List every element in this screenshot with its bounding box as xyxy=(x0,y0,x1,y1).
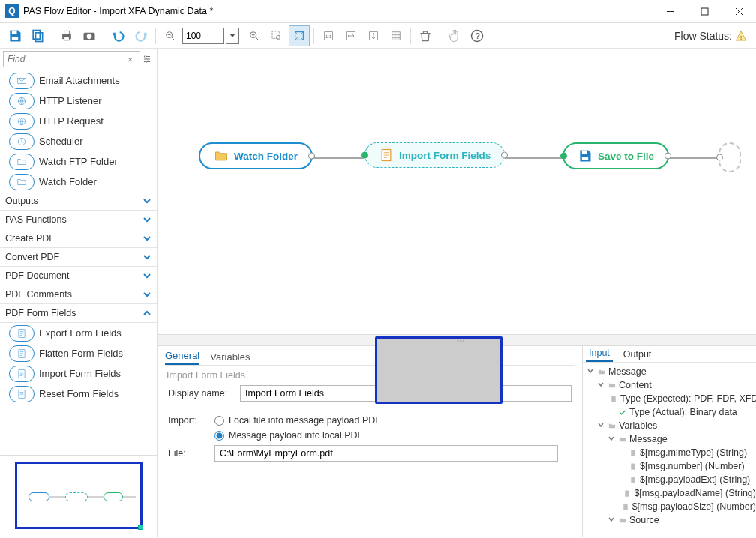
input-port[interactable] xyxy=(716,154,723,161)
palette-item[interactable]: Watch Folder xyxy=(0,172,157,192)
clear-find-icon[interactable]: × xyxy=(128,54,138,65)
tab-general[interactable]: General xyxy=(165,350,200,365)
properties-panel: General Variables Import Form Fields Dis… xyxy=(158,346,582,537)
redo-button[interactable] xyxy=(130,25,152,46)
palette-group[interactable]: Create PDF xyxy=(0,229,157,248)
input-port[interactable] xyxy=(362,152,368,159)
tree-label: Source xyxy=(629,515,659,525)
tab-input[interactable]: Input xyxy=(586,346,613,362)
filter-icon[interactable] xyxy=(140,54,154,64)
palette-item[interactable]: HTTP Listener xyxy=(0,91,157,111)
fit-page-button[interactable] xyxy=(289,25,310,46)
splitter-grip-icon[interactable]: ••• xyxy=(457,337,465,344)
palette-group[interactable]: Convert PDF xyxy=(0,248,157,267)
input-port[interactable] xyxy=(560,153,567,160)
tree-row[interactable]: Message xyxy=(584,432,756,446)
tree-label: $[msg.payloadExt] (String) xyxy=(640,474,750,485)
palette-group[interactable]: Outputs xyxy=(0,192,157,211)
warning-icon: ! xyxy=(735,30,747,42)
tree-row[interactable]: $[msg.payloadName] (String) xyxy=(584,486,756,500)
actual-size-button[interactable]: 1:1 xyxy=(318,25,339,46)
tree-label: Message xyxy=(629,434,668,444)
save-button[interactable] xyxy=(4,25,26,46)
fit-width-button[interactable] xyxy=(340,25,362,46)
palette-item[interactable]: Email Attachments xyxy=(0,70,157,91)
zoom-input[interactable] xyxy=(182,28,224,44)
file-icon xyxy=(620,502,631,511)
minimize-button[interactable] xyxy=(652,0,687,22)
zoom-dropdown[interactable] xyxy=(226,28,239,44)
chevron-down-icon xyxy=(142,234,152,243)
overview-resize-handle[interactable] xyxy=(138,525,143,530)
tab-variables[interactable]: Variables xyxy=(210,351,250,365)
tree-row[interactable]: $[msg.mimeType] (String) xyxy=(584,446,756,459)
tree-row[interactable]: $[msg.payloadSize] (Number) xyxy=(584,500,756,513)
display-name-input[interactable] xyxy=(240,385,381,402)
delete-button[interactable] xyxy=(415,25,436,46)
tree-label: Variables xyxy=(619,420,657,431)
folder-icon xyxy=(607,421,617,430)
svg-rect-7 xyxy=(64,37,70,40)
zoom-area-button[interactable] xyxy=(266,25,287,46)
clock-icon xyxy=(9,133,34,150)
palette-group[interactable]: PDF Document xyxy=(0,267,157,285)
tree-row[interactable]: Content xyxy=(584,378,756,392)
palette-item[interactable]: Reset Form Fields xyxy=(0,384,157,404)
tree-row[interactable]: Type (Expected): PDF, FDF, XFDF xyxy=(584,392,756,405)
output-port[interactable] xyxy=(664,153,671,160)
grid-button[interactable] xyxy=(386,25,406,46)
palette-item[interactable]: Flatten Form Fields xyxy=(0,343,157,363)
palette-item[interactable]: Import Form Fields xyxy=(0,363,157,384)
tree-row[interactable]: Variables xyxy=(584,419,756,432)
zoom-in-button[interactable] xyxy=(244,25,265,46)
overview-thumbnail[interactable] xyxy=(15,462,142,529)
group-pdf-form-fields[interactable]: PDF Form Fields xyxy=(0,304,157,323)
window-title: PAS Flow Editor - Import XFA Dynamic Dat… xyxy=(23,6,652,16)
radio-local-file[interactable] xyxy=(214,416,224,426)
tree-row[interactable]: Source xyxy=(584,513,756,527)
node-placeholder[interactable] xyxy=(718,142,741,172)
help-button[interactable]: ? xyxy=(466,25,488,46)
find-input[interactable] xyxy=(3,51,140,67)
svg-rect-2 xyxy=(12,37,18,40)
file-input[interactable] xyxy=(214,445,558,462)
variables-tree[interactable]: Message Content Type (Expected): PDF, FD… xyxy=(583,363,756,537)
palette-item[interactable]: HTTP Request xyxy=(0,111,157,131)
output-port[interactable] xyxy=(308,153,315,160)
canvas-h-scrollbar[interactable]: ••• xyxy=(158,334,756,345)
undo-button[interactable] xyxy=(108,25,129,46)
tree-row[interactable]: $[msg.payloadExt] (String) xyxy=(584,473,756,486)
file-icon xyxy=(608,394,619,403)
tree-row[interactable]: Type (Actual): Binary data xyxy=(584,405,756,419)
folder-icon xyxy=(214,148,229,163)
fit-height-button[interactable] xyxy=(363,25,384,46)
pan-button[interactable] xyxy=(444,25,465,46)
palette-group[interactable]: PDF Comments xyxy=(0,285,157,304)
radio-payload-label: Message payload into local PDF xyxy=(229,430,363,441)
print-button[interactable] xyxy=(56,25,77,46)
display-name-label: Display name: xyxy=(168,388,232,399)
maximize-button[interactable] xyxy=(687,0,722,22)
node-save-to-file[interactable]: Save to File xyxy=(562,142,669,169)
palette-item[interactable]: Export Form Fields xyxy=(0,323,157,343)
copy-button[interactable] xyxy=(27,25,48,46)
check-icon xyxy=(617,408,628,417)
palette-group[interactable]: PAS Functions xyxy=(0,211,157,229)
palette-item[interactable]: Scheduler xyxy=(0,131,157,151)
node-import-form-fields[interactable]: Import Form Fields xyxy=(364,142,505,168)
output-port[interactable] xyxy=(501,152,508,159)
radio-payload[interactable] xyxy=(214,431,224,441)
node-watch-folder[interactable]: Watch Folder xyxy=(199,142,313,169)
zoom-out-button[interactable] xyxy=(160,25,181,46)
svg-point-13 xyxy=(276,35,280,39)
tab-output[interactable]: Output xyxy=(620,348,655,362)
snapshot-button[interactable] xyxy=(79,25,100,46)
group-label: Create PDF xyxy=(5,233,55,244)
tree-row[interactable]: Message xyxy=(584,365,756,378)
globe-icon xyxy=(9,93,34,109)
twisty-icon xyxy=(607,516,616,525)
flow-canvas[interactable]: Watch Folder Import Form Fields Save to … xyxy=(158,49,756,334)
close-button[interactable] xyxy=(722,0,756,22)
palette-item[interactable]: Watch FTP Folder xyxy=(0,151,157,172)
tree-row[interactable]: $[msg.number] (Number) xyxy=(584,459,756,473)
